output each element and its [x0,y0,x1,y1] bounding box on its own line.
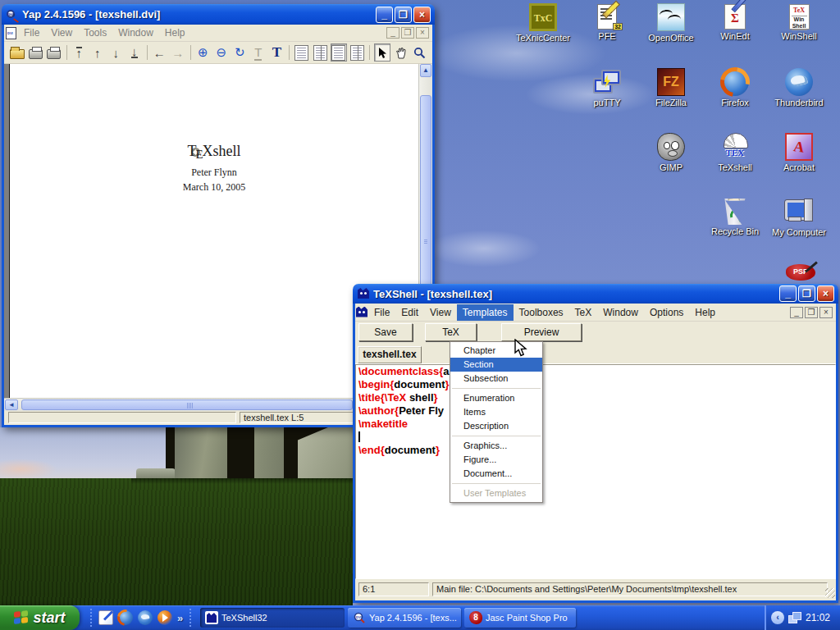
yap-menu-help[interactable]: Help [159,25,191,41]
desktop-icon-putty[interactable]: puTTY [576,68,638,107]
refresh-button[interactable]: ↻ [232,43,249,62]
text-tool-button[interactable]: T [269,43,285,62]
media-player-icon[interactable] [158,610,172,625]
yap-mdi-minimize-button[interactable]: _ [386,27,399,39]
desktop-icon-pfe[interactable]: 32PFE [576,3,638,41]
save-button[interactable]: Save [358,323,413,341]
texshell-menu-view[interactable]: View [424,304,457,321]
texshell-menu-toolboxes[interactable]: Toolboxes [514,304,569,321]
open-file-button[interactable] [9,43,25,62]
zoom-out-button[interactable]: ⊖ [213,43,230,62]
zoom-in-button[interactable]: ⊕ [194,43,211,62]
ruler-tool-button[interactable]: T [250,43,267,62]
desktop-icon-acrobat[interactable]: AAcrobat [768,133,830,172]
menu-item-subsection[interactable]: Subsection [450,372,542,386]
desktop-icon-label: GIMP [640,162,702,172]
single-page-icon [294,45,308,61]
resize-grip[interactable] [825,588,835,598]
task-button-yap[interactable]: DVIYap 2.4.1596 - [texs... [348,608,461,628]
menu-item-description[interactable]: Description [450,419,542,433]
menu-item-document[interactable]: Document... [450,467,542,481]
mycomputer-icon [785,198,813,226]
task-button-texshell[interactable]: TeXShell32 [200,608,345,628]
forward-button[interactable]: → [170,43,186,62]
texshell-mdi-minimize-button[interactable]: _ [790,307,803,318]
texshell-menu-items: FileEditViewTemplatesToolboxesTeXWindowO… [368,304,721,321]
desktop-icon-label: Firefox [704,98,766,107]
menu-item-graphics[interactable]: Graphics... [450,439,542,453]
select-tool-button[interactable] [374,43,390,62]
yap-menu-window[interactable]: Window [112,25,159,41]
texshell-minimize-button[interactable]: _ [779,285,797,302]
horizontal-scroll-thumb[interactable] [21,399,353,410]
scroll-left-button[interactable]: ◄ [5,399,18,410]
first-page-button[interactable]: ↑ [71,43,87,62]
menu-item-enumeration[interactable]: Enumeration [450,391,542,405]
tray-chevron-icon[interactable]: ‹ [771,611,784,624]
preview-button[interactable]: Preview [501,323,582,341]
texshell-maximize-button[interactable]: ❐ [798,285,815,302]
desktop-icon-winshell[interactable]: TeXWin ShellWinShell [768,3,830,41]
desktop-icon-texniccenter[interactable]: TxCTeXnicCenter [512,3,574,43]
desktop-icon-mycomputer[interactable]: My Computer [768,198,830,237]
texshell-close-button[interactable]: × [817,285,834,302]
yap-close-button[interactable]: × [413,7,431,23]
texshell-menu-tex[interactable]: TeX [569,304,598,321]
yap-mdi-restore-button[interactable]: ❐ [401,27,414,39]
desktop-icon-recyclebin[interactable]: Recycle Bin [704,198,766,236]
texshell-menu-templates[interactable]: Templates [457,304,514,321]
yap-menu-tools[interactable]: Tools [78,25,112,41]
yap-maximize-button[interactable]: ❐ [395,7,412,23]
desktop-icon-filezilla[interactable]: FZFileZilla [640,68,702,107]
start-button[interactable]: start [0,605,80,630]
desktop-icon-firefox[interactable]: Firefox [704,68,766,107]
pan-tool-button[interactable] [393,43,409,62]
texshell-menu-help[interactable]: Help [689,304,721,321]
desktop-icon-winedt[interactable]: ΣWinEdt [704,3,766,41]
dvi-doc-author: Peter Flynn [10,167,418,179]
main-file-cell: Main file: C:\Documents and Settings\Pet… [432,582,828,596]
desktop-icon-openoffice[interactable]: OpenOffice [640,3,702,43]
yap-titlebar[interactable]: DVI Yap 2.4.1596 - [texshell.dvi] _ ❐ × [2,4,435,25]
show-desktop-icon[interactable] [98,610,113,625]
tab-texshell-tex[interactable]: texshell.tex [358,346,422,363]
print-setup-button[interactable] [46,43,62,62]
view-two-page-button[interactable] [313,43,329,62]
print-button[interactable] [28,43,44,62]
task-button-psp[interactable]: 8Jasc Paint Shop Pro [464,608,576,628]
texshell-menu-window[interactable]: Window [597,304,644,321]
prev-page-button[interactable]: ↑ [89,43,106,62]
tex-button[interactable]: TeX [425,323,477,341]
yap-menu-file[interactable]: File [18,25,45,41]
texshell-titlebar[interactable]: TeXShell - [texshell.tex] _ ❐ × [353,284,838,304]
yap-mdi-close-button[interactable]: × [416,27,429,39]
desktop-icon-texshell[interactable]: TEXTeXshell [704,133,766,172]
network-tray-icon[interactable] [788,612,801,623]
desktop-icon-gimp[interactable]: GIMP [640,133,702,172]
yap-menu-view[interactable]: View [45,25,78,41]
next-page-button[interactable]: ↓ [108,43,125,62]
gimp-icon [657,133,685,161]
texshell-menu-edit[interactable]: Edit [395,304,424,321]
view-continuous-button[interactable] [331,43,347,62]
last-page-button[interactable]: ↓ [126,43,143,62]
view-single-page-button[interactable] [294,43,310,62]
texshell-menu-file[interactable]: File [368,304,395,321]
texshell-menu-options[interactable]: Options [644,304,689,321]
yap-task-icon: DVI [353,611,366,624]
view-continuous-facing-button[interactable] [349,43,366,62]
texshell-mdi-restore-button[interactable]: ❐ [805,307,818,318]
quick-launch-overflow-chevron[interactable]: » [177,612,183,624]
back-button[interactable]: ← [152,43,168,62]
desktop-icon-thunderbird[interactable]: Thunderbird [768,68,830,107]
texshell-window-icon [357,287,370,300]
menu-item-items[interactable]: Items [450,405,542,419]
yap-minimize-button[interactable]: _ [376,7,393,23]
magnifier-tool-button[interactable] [412,43,428,62]
texshell-mdi-close-button[interactable]: × [819,307,833,318]
firefox-icon[interactable] [118,610,133,625]
texshell-editor[interactable]: \documentclass{a\begin{document}\title{\… [355,364,836,579]
scroll-up-button[interactable]: ▲ [420,64,431,77]
menu-item-figure[interactable]: Figure... [450,453,542,467]
thunderbird-icon[interactable] [138,610,153,625]
